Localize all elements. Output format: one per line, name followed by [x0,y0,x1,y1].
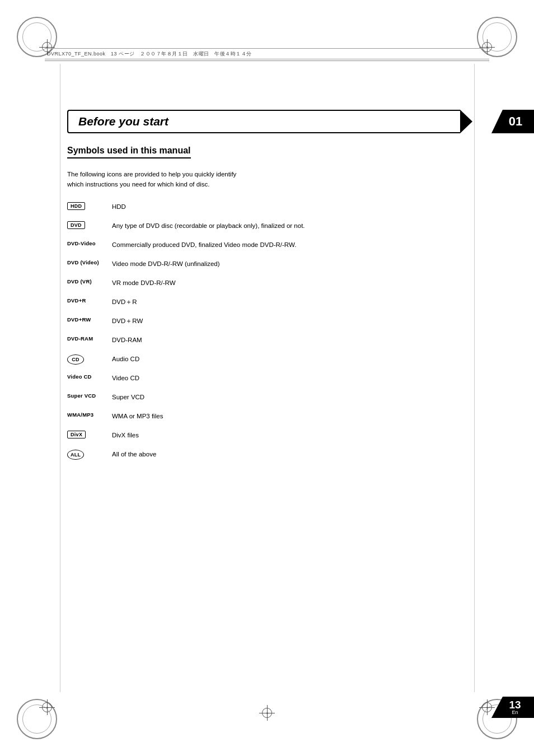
symbol-row-3: DVD (Video)Video mode DVD-R/-RW (unfinal… [67,259,472,273]
main-content: Before you start Symbols used in this ma… [67,110,472,469]
symbol-badge-9: Video CD [67,374,112,380]
symbol-row-0: HDDHDD [67,202,472,216]
symbol-badge-2: DVD-Video [67,240,112,246]
badge-4: DVD (VR) [67,278,92,284]
symbol-desc-13: All of the above [112,450,472,459]
symbol-desc-7: DVD-RAM [112,335,472,345]
symbol-badge-10: Super VCD [67,393,112,399]
margin-line-right [474,64,475,692]
symbol-badge-12: DivX [67,431,112,438]
symbol-desc-12: DivX files [112,431,472,440]
badge-8: CD [67,354,84,365]
symbol-desc-3: Video mode DVD-R/-RW (unfinalized) [112,259,472,269]
symbol-badge-3: DVD (Video) [67,259,112,265]
file-info-bar: DVRLX70_TF_EN.book 13 ページ ２００７年８月１日 水曜日 … [45,48,489,59]
top-rule [45,60,489,61]
symbol-badge-6: DVD+RW [67,316,112,323]
symbol-desc-9: Video CD [112,374,472,383]
chapter-tab: 01 [491,110,534,133]
symbol-desc-10: Super VCD [112,393,472,402]
badge-6: DVD+RW [67,316,91,323]
symbol-row-7: DVD-RAMDVD-RAM [67,335,472,349]
symbol-badge-7: DVD-RAM [67,335,112,342]
symbol-desc-8: Audio CD [112,354,472,364]
symbol-desc-5: DVD＋R [112,297,472,307]
symbol-row-2: DVD-VideoCommercially produced DVD, fina… [67,240,472,254]
reg-mark-bl [40,701,54,716]
symbol-badge-13: ALL [67,450,112,460]
badge-3: DVD (Video) [67,259,99,265]
badge-2: DVD-Video [67,240,96,246]
symbol-row-4: DVD (VR)VR mode DVD-R/-RW [67,278,472,292]
chapter-number: 01 [503,114,522,129]
symbol-table: HDDHDDDVDAny type of DVD disc (recordabl… [67,202,472,463]
badge-11: WMA/MP3 [67,412,93,418]
badge-7: DVD-RAM [67,335,93,342]
subsection-wrapper: Symbols used in this manual [67,146,472,164]
reg-mark-br [480,701,494,716]
section-title-arrow [460,110,472,133]
symbol-row-5: DVD+RDVD＋R [67,297,472,311]
section-title-wrapper: Before you start [67,110,472,133]
section-title-text: Before you start [67,110,460,133]
symbol-row-12: DivXDivX files [67,431,472,444]
subsection-heading: Symbols used in this manual [67,146,191,158]
symbol-badge-11: WMA/MP3 [67,412,112,418]
symbol-desc-0: HDD [112,202,472,212]
symbol-badge-1: DVD [67,221,112,229]
page-lang: En [512,710,518,715]
file-info-text: DVRLX70_TF_EN.book 13 ページ ２００７年８月１日 水曜日 … [45,49,254,59]
section-title-bar: Before you start [67,110,472,133]
badge-12: DivX [67,431,86,438]
badge-0: HDD [67,202,85,210]
badge-1: DVD [67,221,85,229]
page-number: 13 [509,699,521,710]
symbol-row-10: Super VCDSuper VCD [67,393,472,406]
symbol-row-1: DVDAny type of DVD disc (recordable or p… [67,221,472,235]
badge-5: DVD+R [67,297,86,304]
symbol-desc-1: Any type of DVD disc (recordable or play… [112,221,472,231]
symbol-row-11: WMA/MP3WMA or MP3 files [67,412,472,425]
symbol-desc-11: WMA or MP3 files [112,412,472,421]
symbol-badge-4: DVD (VR) [67,278,112,284]
symbol-desc-2: Commercially produced DVD, finalized Vid… [112,240,472,250]
symbol-badge-0: HDD [67,202,112,210]
margin-line-left [60,64,60,692]
symbol-desc-4: VR mode DVD-R/-RW [112,278,472,288]
badge-9: Video CD [67,374,92,380]
symbol-row-8: CDAudio CD [67,354,472,368]
symbol-row-6: DVD+RWDVD＋RW [67,316,472,330]
symbol-desc-6: DVD＋RW [112,316,472,326]
reg-mark-bottom-center [260,706,274,721]
symbol-row-13: ALLAll of the above [67,450,472,463]
badge-10: Super VCD [67,393,96,399]
symbol-badge-8: CD [67,354,112,365]
symbol-badge-5: DVD+R [67,297,112,304]
intro-text: The following icons are provided to help… [67,170,246,190]
badge-13: ALL [67,450,84,460]
symbol-row-9: Video CDVideo CD [67,374,472,387]
